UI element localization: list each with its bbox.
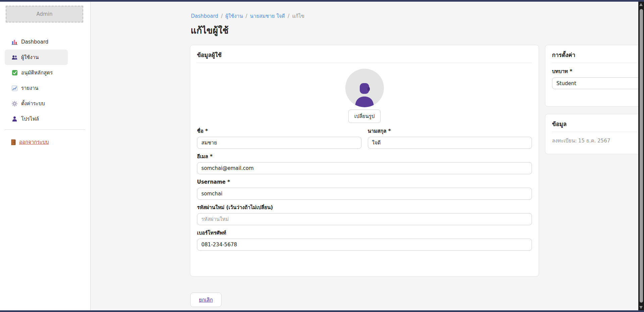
- door-icon: [10, 139, 16, 145]
- scroll-down-arrow-icon[interactable]: [639, 306, 643, 309]
- last-name-input[interactable]: [368, 137, 532, 149]
- logout-label: ออกจากระบบ: [19, 138, 49, 146]
- avatar-section: เปลี่ยนรูป: [197, 63, 532, 123]
- first-name-field: ชื่อ *: [197, 128, 361, 149]
- page-title: แก้ไขผู้ใช้: [191, 23, 229, 38]
- email-field: อีเมล *: [197, 153, 532, 174]
- settings-card-title: การตั้งค่า: [552, 51, 644, 59]
- gear-icon: [12, 101, 17, 107]
- sidebar-nav: Dashboard ผู้ใช้งาน อนุมัติหลักสูตร รายง…: [5, 34, 68, 127]
- line-chart-icon: [12, 85, 17, 91]
- first-name-input[interactable]: [197, 137, 361, 149]
- sidebar-item-profile[interactable]: โปรไฟล์: [5, 111, 68, 127]
- avatar: [345, 69, 384, 107]
- right-column: การตั้งค่า บทบาท * Student ข้อมูล ลงทะเบ…: [545, 45, 644, 154]
- sidebar-item-label: รายงาน: [21, 84, 38, 92]
- role-select-value: Student: [556, 80, 576, 86]
- cancel-button[interactable]: ยกเลิก: [190, 293, 221, 307]
- email-input[interactable]: [197, 162, 532, 174]
- user-info-card: ข้อมูลผู้ใช้ เปลี่ยนรูป ชื่อ * นามสกุล *: [190, 45, 539, 276]
- name-row: ชื่อ * นามสกุล *: [197, 128, 532, 149]
- person-icon: [12, 116, 17, 122]
- sidebar: Admin Dashboard ผู้ใช้งาน อนุมัติหลักสูต…: [0, 2, 91, 310]
- username-input[interactable]: [197, 188, 532, 200]
- info-card-title: ข้อมูล: [552, 120, 644, 128]
- top-accent-bar: [0, 0, 644, 2]
- breadcrumb-separator: /: [288, 13, 289, 19]
- password-label: รหัสผ่านใหม่ (เว้นว่างถ้าไม่เปลี่ยน): [197, 204, 532, 211]
- app-logo-text: Admin: [37, 11, 53, 17]
- role-select[interactable]: Student: [552, 77, 644, 89]
- main-content: Dashboard / ผู้ใช้งาน / นายสมชาย ใจดี / …: [91, 2, 638, 310]
- breadcrumb: Dashboard / ผู้ใช้งาน / นายสมชาย ใจดี / …: [191, 12, 304, 20]
- password-field: รหัสผ่านใหม่ (เว้นว่างถ้าไม่เปลี่ยน): [197, 204, 532, 225]
- username-label: Username *: [197, 179, 532, 185]
- phone-field: เบอร์โทรศัพท์: [197, 230, 532, 251]
- info-card: ข้อมูล ลงทะเบียน: 15 ธ.ค. 2567: [545, 114, 644, 154]
- users-icon: [12, 55, 17, 60]
- bar-chart-icon: [12, 39, 17, 45]
- sidebar-item-dashboard[interactable]: Dashboard: [5, 34, 68, 50]
- sidebar-item-users[interactable]: ผู้ใช้งาน: [5, 50, 68, 65]
- role-label: บทบาท *: [552, 68, 644, 75]
- breadcrumb-link-users[interactable]: ผู้ใช้งาน: [225, 12, 243, 20]
- settings-card: การตั้งค่า บทบาท * Student: [545, 45, 644, 107]
- sidebar-item-label: โปรไฟล์: [21, 115, 39, 123]
- sidebar-item-reports[interactable]: รายงาน: [5, 80, 68, 96]
- change-photo-button[interactable]: เปลี่ยนรูป: [348, 110, 381, 123]
- username-field: Username *: [197, 179, 532, 200]
- breadcrumb-link-user-name[interactable]: นายสมชาย ใจดี: [250, 12, 285, 20]
- logout-link[interactable]: ออกจากระบบ: [10, 138, 49, 146]
- sidebar-item-label: ตั้งค่าระบบ: [21, 100, 45, 108]
- breadcrumb-link-dashboard[interactable]: Dashboard: [191, 13, 218, 19]
- sidebar-item-approve-courses[interactable]: อนุมัติหลักสูตร: [5, 65, 68, 80]
- phone-input[interactable]: [197, 239, 532, 251]
- bottom-accent-bar: [0, 310, 644, 312]
- sidebar-divider: [5, 129, 85, 130]
- registered-date-text: ลงทะเบียน: 15 ธ.ค. 2567: [552, 137, 644, 145]
- scrollbar-thumb[interactable]: [640, 9, 643, 303]
- breadcrumb-separator: /: [221, 13, 222, 19]
- card-divider: [552, 132, 644, 132]
- breadcrumb-current: แก้ไข: [292, 12, 304, 20]
- scrollbar: [638, 0, 644, 312]
- sidebar-item-label: อนุมัติหลักสูตร: [21, 69, 53, 77]
- scroll-up-arrow-icon[interactable]: [639, 3, 643, 6]
- breadcrumb-separator: /: [246, 13, 247, 19]
- sidebar-item-label: Dashboard: [21, 39, 48, 45]
- app-logo: Admin: [6, 6, 83, 22]
- sidebar-item-system-settings[interactable]: ตั้งค่าระบบ: [5, 96, 68, 111]
- phone-label: เบอร์โทรศัพท์: [197, 230, 532, 236]
- user-info-card-title: ข้อมูลผู้ใช้: [197, 51, 532, 59]
- avatar-person-icon: [354, 82, 375, 107]
- password-input[interactable]: [197, 213, 532, 225]
- email-label: อีเมล *: [197, 153, 532, 160]
- last-name-field: นามสกุล *: [368, 128, 532, 149]
- sidebar-item-label: ผู้ใช้งาน: [21, 53, 39, 61]
- last-name-label: นามสกุล *: [368, 128, 532, 134]
- first-name-label: ชื่อ *: [197, 128, 361, 134]
- check-icon: [12, 70, 17, 76]
- card-divider: [552, 63, 644, 63]
